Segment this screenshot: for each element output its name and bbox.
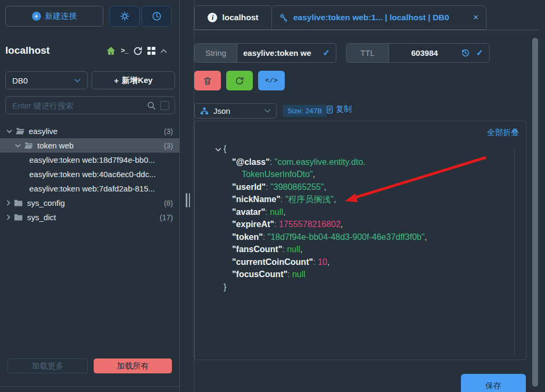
tab-key-detail-label: easylive:token web:1... | localhost | DB… — [293, 13, 449, 22]
tree-folder-item[interactable]: token web(3) — [0, 138, 179, 153]
json-token: 1755578216802 — [279, 220, 341, 229]
key-type-group: String easylive:token we ✓ — [194, 43, 336, 63]
tree-item-count: (17) — [160, 213, 173, 222]
json-line: "avatar": null, — [204, 206, 508, 219]
ttl-group: TTL 603984 ✓ — [346, 43, 490, 63]
search-icon[interactable] — [147, 101, 156, 110]
tree-view-icon — [200, 107, 209, 115]
tree-item-label: sys_dict — [27, 213, 56, 222]
chevron-right-icon[interactable] — [6, 200, 11, 206]
tree-key-item[interactable]: easylive:token web:18d7f94e-bb0... — [0, 153, 179, 167]
panel-resize-handle[interactable] — [185, 193, 191, 207]
chevron-down-icon — [74, 78, 81, 83]
new-connection-label: 新建连接 — [45, 11, 77, 21]
terminal-icon[interactable]: >_ — [121, 47, 128, 55]
tree-key-item[interactable]: easylive:token web:40ac6ec0-ddc... — [0, 167, 179, 181]
json-token: : — [280, 195, 285, 204]
json-token: : — [274, 220, 279, 229]
tabbar-bottom-border — [194, 30, 539, 30]
edit-as-code-button[interactable]: </> — [258, 71, 285, 90]
collapse-node-icon[interactable] — [215, 143, 224, 156]
json-token: "focusCount" — [232, 270, 287, 279]
search-box — [5, 96, 175, 114]
json-token: : — [282, 245, 287, 254]
json-token: , — [341, 220, 343, 229]
json-token: null — [287, 245, 300, 254]
collapse-sidebar-icon[interactable] — [160, 48, 167, 54]
db-select[interactable]: DB0 — [5, 71, 88, 89]
json-token: { — [224, 144, 226, 153]
tree-folder-item[interactable]: easylive(3) — [0, 124, 179, 138]
grid-view-icon[interactable] — [147, 47, 155, 55]
copy-button[interactable]: 复制 — [326, 104, 352, 114]
json-code: {"@class": "com.easylive.entity.dto.Toke… — [204, 143, 508, 293]
ttl-input[interactable]: 603984 — [395, 48, 455, 57]
trash-icon — [203, 76, 212, 86]
add-key-button[interactable]: + 新增Key — [92, 71, 175, 89]
new-connection-button[interactable]: + 新建连接 — [5, 6, 103, 27]
json-token: 10 — [318, 257, 327, 266]
add-key-label: 新增Key — [122, 76, 153, 86]
json-token: : — [270, 157, 275, 166]
key-name-input[interactable]: easylive:token we — [243, 48, 317, 57]
reload-value-button[interactable] — [226, 71, 253, 90]
tree-folder-item[interactable]: sys_config(8) — [0, 196, 179, 210]
gear-icon — [120, 11, 130, 21]
chevron-right-icon[interactable] — [6, 214, 11, 220]
json-token: "nickName" — [232, 195, 280, 204]
info-icon: i — [208, 13, 217, 22]
save-button[interactable]: 保存 — [461, 374, 526, 392]
json-token: , — [313, 170, 315, 179]
db-select-value: DB0 — [12, 76, 28, 85]
tab-localhost[interactable]: i localhost — [194, 5, 272, 30]
home-icon[interactable] — [106, 46, 116, 56]
tree-folder-item[interactable]: sys_dict(17) — [0, 210, 179, 224]
json-line: "token": "18d7f94e-bb04-48d3-900f-46e37d… — [204, 231, 508, 244]
tree-key-item[interactable]: easylive:token web:7dafd2ab-815... — [0, 181, 179, 196]
collapse-all-link[interactable]: 全部折叠 — [487, 128, 519, 138]
key-type-badge: String — [195, 44, 237, 62]
key-tree: easylive(3)token web(3)easylive:token we… — [0, 124, 179, 224]
exact-match-checkbox[interactable] — [160, 101, 169, 110]
reset-ttl-icon[interactable] — [461, 48, 470, 57]
load-all-button[interactable]: 加载所有 — [94, 358, 172, 373]
json-token: "fansCount" — [232, 245, 282, 254]
refresh-icon[interactable] — [133, 46, 143, 56]
json-token: , — [283, 207, 285, 216]
json-token: "userId" — [232, 182, 266, 191]
json-token: "@class" — [232, 157, 270, 166]
window-scrollbar[interactable] — [532, 38, 538, 387]
folder-closed-icon — [14, 199, 23, 207]
tab-key-detail[interactable]: easylive:token web:1... | localhost | DB… — [271, 5, 486, 30]
json-token: : — [266, 182, 270, 191]
json-token: , — [327, 257, 329, 266]
confirm-key-icon[interactable]: ✓ — [323, 48, 330, 58]
tree-item-label: easylive — [29, 127, 57, 136]
history-button[interactable] — [142, 6, 171, 27]
ttl-label: TTL — [346, 44, 389, 62]
close-tab-icon[interactable]: × — [473, 12, 478, 23]
json-token: null — [292, 270, 305, 279]
json-token: } — [224, 282, 226, 291]
confirm-ttl-icon[interactable]: ✓ — [476, 48, 483, 58]
viewer-inner-scrollbar[interactable] — [514, 147, 515, 356]
load-more-button[interactable]: 加载更多 — [7, 358, 88, 373]
tree-item-label: easylive:token web:40ac6ec0-ddc... — [29, 170, 156, 179]
chevron-down-icon[interactable] — [6, 129, 12, 134]
tree-item-label: token web — [37, 141, 73, 150]
json-token: : — [265, 207, 270, 216]
json-line: "expireAt": 1755578216802, — [204, 218, 508, 231]
search-input[interactable] — [11, 101, 143, 111]
json-token: : — [287, 270, 292, 279]
key-icon — [279, 13, 288, 22]
delete-key-button[interactable] — [194, 71, 221, 90]
json-token: "3980865255" — [270, 182, 324, 191]
sidebar-border — [179, 0, 180, 392]
folder-open-icon — [24, 141, 33, 149]
settings-button[interactable] — [110, 6, 139, 27]
format-select[interactable]: Json — [194, 103, 277, 119]
size-badge: Size: 247B — [283, 105, 327, 117]
format-select-value: Json — [213, 106, 230, 115]
json-token: TokenUserInfoDto" — [242, 170, 313, 179]
chevron-down-icon[interactable] — [15, 144, 21, 148]
